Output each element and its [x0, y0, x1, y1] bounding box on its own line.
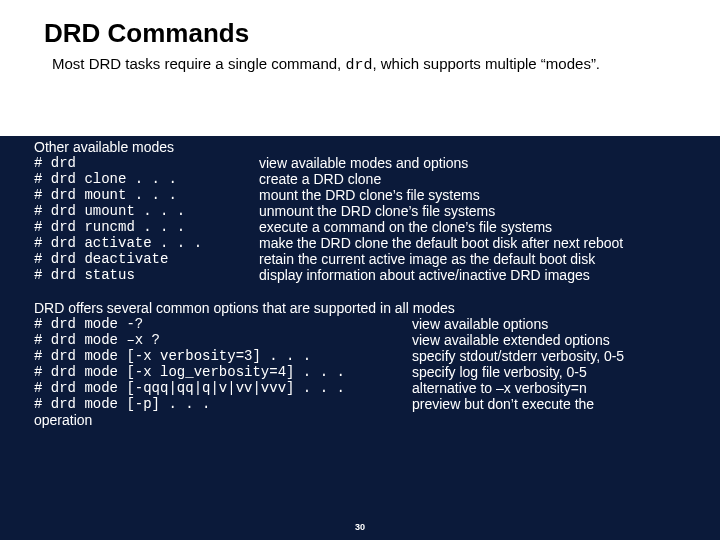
opt-cmd: # drd mode [-x verbosity=3] . . . [34, 348, 412, 364]
opt-desc: alternative to –x verbosity=n [412, 380, 694, 396]
opt-desc: view available options [412, 316, 694, 332]
modes-row: # drd statusdisplay information about ac… [34, 267, 694, 283]
opt-desc: view available extended options [412, 332, 694, 348]
options-label: DRD offers several common options that a… [34, 300, 694, 316]
opt-cmd: # drd mode [-qqq|qq|q|v|vv|vvv] . . . [34, 380, 412, 396]
mode-cmd: # drd clone . . . [34, 171, 259, 187]
opts-row: # drd mode [-x verbosity=3] . . .specify… [34, 348, 694, 364]
modes-list: # drdview available modes and options # … [34, 155, 694, 284]
example-label: Example [34, 90, 694, 106]
opt-cmd: # drd mode -? [34, 316, 412, 332]
modes-row: # drd deactivateretain the current activ… [34, 251, 694, 267]
opt-desc: specify stdout/stderr verbosity, 0-5 [412, 348, 694, 364]
mode-desc: retain the current active image as the d… [259, 251, 694, 267]
mode-desc: make the DRD clone the default boot disk… [259, 235, 694, 251]
modes-row: # drd clone . . .create a DRD clone [34, 171, 694, 187]
opts-row: # drd mode [-qqq|qq|q|v|vv|vvv] . . .alt… [34, 380, 694, 396]
modes-row: # drd runcmd . . .execute a command on t… [34, 219, 694, 235]
mode-desc: display information about active/inactiv… [259, 267, 694, 283]
opt-cmd: # drd mode [-p] . . . [34, 396, 412, 412]
mode-cmd: # drd runcmd . . . [34, 219, 259, 235]
opt-desc: specify log file verbosity, 0-5 [412, 364, 694, 380]
options-list: # drd mode -?view available options # dr… [34, 316, 694, 413]
mode-cmd: # drd status [34, 267, 259, 283]
intro-command: drd [345, 57, 372, 74]
modes-row: # drd umount . . .unmount the DRD clone’… [34, 203, 694, 219]
mode-cmd: # drd activate . . . [34, 235, 259, 251]
opts-row: # drd mode [-x log_verbosity=4] . . .spe… [34, 364, 694, 380]
mode-cmd: # drd [34, 155, 259, 171]
mode-desc: view available modes and options [259, 155, 694, 171]
example-command: # drd clone –t /dev/disk/disk.Y –x overw… [34, 107, 694, 123]
modes-label: Other available modes [34, 139, 694, 155]
options-trailing-word: operation [34, 412, 694, 428]
intro-before: Most DRD tasks require a single command, [52, 55, 345, 72]
opts-row: # drd mode –x ?view available extended o… [34, 332, 694, 348]
mode-cmd: # drd umount . . . [34, 203, 259, 219]
opt-desc: preview but don’t execute the [412, 396, 694, 412]
mode-desc: execute a command on the clone’s file sy… [259, 219, 694, 235]
mode-desc: unmount the DRD clone’s file systems [259, 203, 694, 219]
opt-cmd: # drd mode [-x log_verbosity=4] . . . [34, 364, 412, 380]
mode-cmd: # drd mount . . . [34, 187, 259, 203]
mode-desc: create a DRD clone [259, 171, 694, 187]
opt-cmd: # drd mode –x ? [34, 332, 412, 348]
slide-content: DRD Commands Most DRD tasks require a si… [34, 12, 694, 428]
mode-desc: mount the DRD clone’s file systems [259, 187, 694, 203]
modes-row: # drd mount . . .mount the DRD clone’s f… [34, 187, 694, 203]
modes-row: # drdview available modes and options [34, 155, 694, 171]
page-number: 30 [0, 522, 720, 532]
opts-row: # drd mode [-p] . . .preview but don’t e… [34, 396, 694, 412]
opts-row: # drd mode -?view available options [34, 316, 694, 332]
intro-text: Most DRD tasks require a single command,… [34, 55, 634, 76]
modes-row: # drd activate . . .make the DRD clone t… [34, 235, 694, 251]
mode-cmd: # drd deactivate [34, 251, 259, 267]
intro-after: , which supports multiple “modes”. [372, 55, 600, 72]
